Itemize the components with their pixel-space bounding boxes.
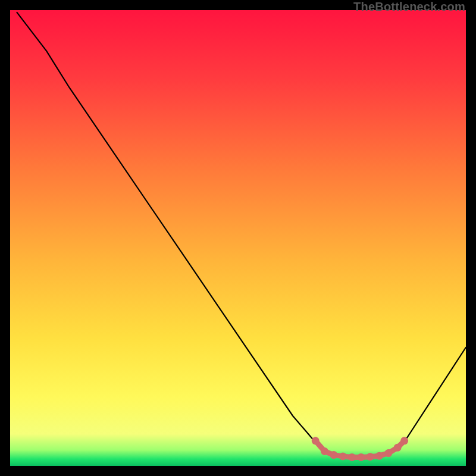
svg-point-1 [321, 447, 328, 455]
svg-point-0 [312, 437, 320, 444]
svg-point-9 [394, 444, 402, 452]
watermark-text: TheBottleneck.com [353, 0, 465, 14]
gradient-background [10, 10, 466, 466]
svg-point-3 [339, 452, 347, 460]
svg-point-10 [400, 437, 408, 444]
svg-point-6 [367, 453, 374, 461]
svg-point-2 [330, 451, 337, 459]
plot-area [10, 10, 466, 466]
svg-point-4 [348, 453, 356, 461]
svg-point-5 [357, 453, 365, 461]
chart-svg [10, 10, 466, 466]
svg-point-8 [384, 449, 392, 457]
svg-point-7 [375, 452, 383, 460]
chart-container: TheBottleneck.com [0, 0, 476, 476]
